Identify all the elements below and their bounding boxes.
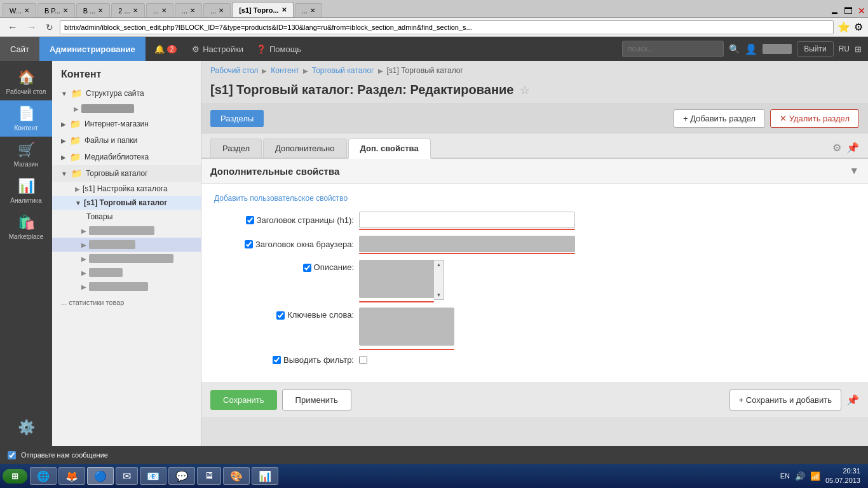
start-button[interactable]: ⊞ xyxy=(3,469,27,484)
browser-toolbar-icons: ⭐ ⚙ xyxy=(837,21,863,33)
admin-button[interactable]: Администрирование xyxy=(39,37,146,61)
h1-input[interactable] xyxy=(359,212,575,228)
refresh-button[interactable]: ↻ xyxy=(43,22,56,32)
nav-section-shop[interactable]: ▶ 📁 Интернет-магазин xyxy=(52,116,201,132)
tab-section[interactable]: Раздел xyxy=(210,139,262,158)
browser-tab[interactable]: W... ✕ xyxy=(3,3,36,17)
nav-sub-item-2[interactable]: ▶ xyxy=(52,238,201,252)
sidebar-item-content[interactable]: 📄 Контент xyxy=(0,100,52,137)
sidebar-item-settings[interactable]: ⚙️ xyxy=(0,414,52,441)
expand-icon[interactable]: ⊞ xyxy=(855,44,862,54)
bookmark-icon[interactable]: ⭐ xyxy=(837,21,850,33)
taskbar-app-misc[interactable]: 📊 xyxy=(252,467,278,485)
taskbar-app-gmail[interactable]: ✉ xyxy=(116,467,138,485)
breadcrumb-desktop[interactable]: Рабочий стол xyxy=(210,66,258,75)
filter-enable-checkbox[interactable] xyxy=(273,356,281,364)
feedback-checkbox[interactable] xyxy=(8,451,16,459)
logout-button[interactable]: Выйти xyxy=(797,41,834,57)
taskbar-app-outlook[interactable]: 📧 xyxy=(140,467,166,485)
add-section-button[interactable]: + Добавить раздел xyxy=(674,109,765,128)
nav-item-trade-catalog[interactable]: ▼ [s1] Торговый каталог xyxy=(52,196,201,210)
h1-checkbox[interactable] xyxy=(246,216,254,224)
taskbar-app-ie[interactable]: 🌐 xyxy=(30,467,57,485)
browser-tab[interactable]: ... ✕ xyxy=(146,3,173,17)
add-property-link[interactable]: Добавить пользовательское свойство xyxy=(214,194,855,203)
site-button[interactable]: Сайт xyxy=(0,37,39,61)
taskbar-app-firefox[interactable]: 🦊 xyxy=(58,467,85,485)
lang-selector[interactable]: RU xyxy=(839,44,850,53)
browser-title-input[interactable] xyxy=(359,236,575,252)
statistics-link[interactable]: ... статистики товар xyxy=(61,299,124,306)
feedback-message[interactable]: Отправьте нам сообщение xyxy=(21,451,108,459)
settings-nav-item[interactable]: ⚙ Настройки xyxy=(186,41,250,58)
settings-icon[interactable]: ⚙ xyxy=(854,21,863,33)
nav-sub-item-5[interactable]: ▶ xyxy=(52,280,201,294)
taskbar-app-photoshop[interactable]: 🎨 xyxy=(223,467,250,485)
nav-section-catalog[interactable]: ▼ 📁 Торговый каталог xyxy=(52,165,201,182)
breadcrumb-catalog[interactable]: Торговый каталог xyxy=(312,66,374,75)
favorite-star-icon[interactable]: ☆ xyxy=(520,83,530,97)
back-button[interactable]: ← xyxy=(5,22,20,33)
sidebar-item-desktop[interactable]: 🏠 Рабочий стол xyxy=(0,64,52,100)
nav-sub-item-1[interactable]: ▶ xyxy=(52,224,201,238)
nav-section-media[interactable]: ▶ 📁 Медиабиблиотека xyxy=(52,149,201,165)
sidebar-item-marketplace[interactable]: 🛍️ Marketplace xyxy=(0,209,52,245)
tab-settings-icon-btn[interactable]: ⚙ xyxy=(832,142,841,154)
browser-tab-active[interactable]: [s1] Торго... ✕ xyxy=(232,2,293,17)
tab-additional[interactable]: Дополнительно xyxy=(263,139,347,158)
browser-tab[interactable]: ... ✕ xyxy=(295,3,322,17)
help-nav-item[interactable]: ❓ Помощь xyxy=(250,41,308,58)
nav-item-setup[interactable]: ▶ [s1] Настройка каталога xyxy=(52,182,201,196)
description-checkbox[interactable] xyxy=(303,264,311,272)
nav-sub-item-goods[interactable]: Товары xyxy=(52,210,201,224)
browser-tab[interactable]: ... ✕ xyxy=(203,3,231,17)
scroll-down-icon[interactable]: ▼ xyxy=(437,292,442,298)
nav-section-structure[interactable]: ▼ 📁 Структура сайта xyxy=(52,85,201,102)
page-toolbar: Разделы + Добавить раздел ✕ Удалить разд… xyxy=(201,104,868,133)
tab-extra-props[interactable]: Доп. свойства xyxy=(348,139,431,159)
save-add-button[interactable]: + Сохранить и добавить xyxy=(729,390,841,410)
search-icon[interactable]: 🔍 xyxy=(729,44,740,54)
browser-tab[interactable]: ... ✕ xyxy=(175,3,202,17)
network-icon[interactable]: 📶 xyxy=(810,471,820,481)
breadcrumb-content[interactable]: Контент xyxy=(271,66,299,75)
maximize-icon[interactable]: 🗖 xyxy=(844,6,853,16)
section-collapse-icon[interactable]: ▼ xyxy=(849,165,859,177)
delete-section-button[interactable]: ✕ Удалить раздел xyxy=(770,109,859,128)
folder-icon: 📁 xyxy=(71,88,82,98)
description-textarea[interactable] xyxy=(359,260,444,298)
keywords-textarea[interactable] xyxy=(359,308,454,346)
browser-tab[interactable]: В Р... ✕ xyxy=(37,3,75,17)
scroll-up-icon[interactable]: ▲ xyxy=(437,262,442,268)
minimize-icon[interactable]: 🗕 xyxy=(830,6,839,16)
sections-button[interactable]: Разделы xyxy=(210,110,264,127)
save-button[interactable]: Сохранить xyxy=(210,390,277,410)
additional-props-section: Дополнительные свойства ▼ Добавить польз… xyxy=(201,159,868,383)
pin-icon2[interactable]: 📌 xyxy=(846,394,859,406)
tab-pin-icon-btn[interactable]: 📌 xyxy=(846,142,859,154)
keywords-checkbox[interactable] xyxy=(276,311,285,320)
filter-value-checkbox[interactable] xyxy=(359,356,367,364)
forward-button[interactable]: → xyxy=(24,22,39,33)
nav-section-files[interactable]: ▶ 📁 Файлы и папки xyxy=(52,132,201,149)
taskbar-app-monitor[interactable]: 🖥 xyxy=(197,467,221,485)
browser-title-checkbox[interactable] xyxy=(245,240,253,248)
search-input[interactable] xyxy=(622,41,724,57)
close-icon[interactable]: ✕ xyxy=(858,6,865,16)
browser-tab[interactable]: В ... ✕ xyxy=(76,3,111,17)
sidebar-item-shop[interactable]: 🛒 Магазин xyxy=(0,137,52,173)
address-input[interactable] xyxy=(60,20,834,34)
taskbar-app-skype[interactable]: 💬 xyxy=(168,467,195,485)
browser-tab[interactable]: 2 ... ✕ xyxy=(111,3,144,17)
nav-blurred-item-1[interactable]: ▶ xyxy=(52,102,201,116)
taskbar-app-chrome[interactable]: 🔵 xyxy=(87,467,114,485)
arrow-right-icon2: ▶ xyxy=(61,121,66,128)
arrow-right-icon5: ▶ xyxy=(75,186,80,193)
apply-button[interactable]: Применить xyxy=(282,390,351,410)
breadcrumb-current: [s1] Торговый каталог xyxy=(387,66,463,75)
volume-icon[interactable]: 🔊 xyxy=(795,471,805,481)
notification-badge: 2 xyxy=(167,45,177,53)
nav-sub-item-3[interactable]: ▶ xyxy=(52,252,201,266)
nav-sub-item-4[interactable]: ▶ xyxy=(52,266,201,280)
sidebar-item-analytics[interactable]: 📊 Аналитика xyxy=(0,173,52,209)
